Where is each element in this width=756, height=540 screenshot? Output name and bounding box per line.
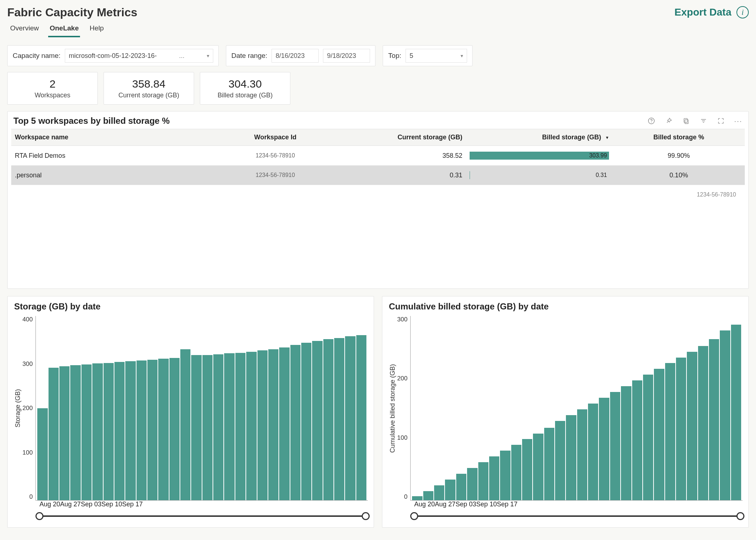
kpi-value: 304.30: [228, 78, 262, 90]
table-row[interactable]: RTA Field Demos1234-56-78910358.52303.99…: [11, 146, 745, 166]
copy-icon[interactable]: [682, 117, 690, 125]
chart-bar[interactable]: [224, 353, 234, 500]
col-billed-storage[interactable]: Billed storage (GB) ▼: [466, 129, 613, 146]
chart-bar[interactable]: [709, 339, 719, 500]
filter-icon[interactable]: [699, 117, 708, 125]
chart-bar[interactable]: [588, 404, 598, 500]
chart-bar[interactable]: [555, 421, 565, 501]
x-tick: Sep 10: [101, 501, 122, 508]
chart-bar[interactable]: [301, 343, 311, 500]
chart-bar[interactable]: [312, 341, 322, 500]
col-workspace-name[interactable]: Workspace name: [11, 129, 202, 146]
chart-bar[interactable]: [412, 496, 422, 500]
date-range-slider[interactable]: [39, 511, 366, 521]
col-current-storage[interactable]: Current storage (GB): [349, 129, 466, 146]
slider-thumb-start[interactable]: [35, 512, 43, 520]
chart-bar[interactable]: [70, 365, 80, 500]
chart-bar[interactable]: [37, 408, 47, 501]
focus-mode-icon[interactable]: [717, 117, 725, 125]
chart-bar[interactable]: [246, 352, 256, 500]
date-end-input[interactable]: 9/18/2023: [323, 49, 370, 63]
export-data-button[interactable]: Export Data: [675, 7, 731, 18]
chart-bar[interactable]: [599, 398, 609, 500]
chart-bar[interactable]: [577, 409, 587, 500]
chart-bar[interactable]: [731, 325, 741, 500]
chart-bar[interactable]: [191, 355, 201, 500]
table-row[interactable]: .personal1234-56-789100.310.310.10%: [11, 165, 745, 185]
chart-bar[interactable]: [434, 485, 444, 500]
chart-bar[interactable]: [632, 380, 642, 500]
y-axis-label: Cumulative billed storage (GB): [388, 316, 397, 501]
chart-bar[interactable]: [290, 345, 301, 500]
chart-bar[interactable]: [202, 355, 213, 500]
chart-bar[interactable]: [665, 363, 675, 500]
tab-onelake[interactable]: OneLake: [48, 21, 80, 37]
chart-bar[interactable]: [643, 375, 653, 500]
more-options-icon[interactable]: ···: [734, 117, 743, 125]
x-axis-ticks: Aug 20Aug 27Sep 03Sep 10Sep 17: [39, 501, 366, 509]
chart-bar[interactable]: [257, 350, 268, 500]
slider-thumb-start[interactable]: [410, 512, 418, 520]
chart-bar[interactable]: [136, 360, 147, 500]
chart-bar[interactable]: [235, 353, 245, 500]
chart-bar[interactable]: [720, 330, 730, 500]
chart-bar[interactable]: [49, 368, 59, 500]
chart-bar[interactable]: [445, 480, 455, 500]
chart-bar[interactable]: [687, 352, 697, 500]
tab-help[interactable]: Help: [88, 21, 105, 37]
chart-bar[interactable]: [566, 415, 576, 500]
table-footer-note: 1234-56-78910: [9, 185, 747, 200]
chart-bar[interactable]: [423, 491, 433, 500]
chart-bar[interactable]: [511, 445, 521, 500]
chart-bar[interactable]: [467, 468, 477, 500]
chart-bar[interactable]: [356, 335, 366, 500]
chart-bar[interactable]: [125, 361, 135, 500]
cell-billed-storage: 303.99: [466, 146, 613, 166]
chart-bar[interactable]: [621, 386, 631, 500]
tab-overview[interactable]: Overview: [9, 21, 40, 37]
chart-bar[interactable]: [654, 369, 664, 500]
chart-bar[interactable]: [279, 347, 289, 500]
pin-icon[interactable]: [664, 117, 673, 125]
chart-bar[interactable]: [104, 363, 114, 500]
capacity-dropdown[interactable]: microsoft-com-05-12-2023-16- ... ▾: [65, 49, 213, 63]
cell-workspace-name: .personal: [11, 165, 202, 185]
slider-thumb-end[interactable]: [362, 512, 370, 520]
chart-bar[interactable]: [114, 362, 125, 500]
chart-bar[interactable]: [533, 434, 543, 501]
chart-bar[interactable]: [334, 338, 344, 500]
top-dropdown[interactable]: 5 ▾: [406, 49, 467, 63]
chart-bar[interactable]: [180, 349, 190, 500]
info-icon[interactable]: i: [736, 6, 749, 18]
chart-bar[interactable]: [522, 439, 532, 500]
date-start-input[interactable]: 8/16/2023: [272, 49, 319, 63]
chart-bar[interactable]: [147, 360, 158, 500]
chart-bar[interactable]: [323, 339, 333, 500]
chart-bar[interactable]: [268, 349, 278, 500]
chart-bar[interactable]: [213, 354, 223, 500]
chart-bar[interactable]: [544, 428, 554, 500]
date-range-slider[interactable]: [414, 511, 740, 521]
slider-thumb-end[interactable]: [736, 512, 744, 520]
chart-bar[interactable]: [169, 358, 180, 500]
chart-bar[interactable]: [81, 364, 92, 500]
chart-bar[interactable]: [489, 456, 499, 500]
chart-bar[interactable]: [478, 462, 488, 500]
chart-bar[interactable]: [158, 359, 168, 500]
svg-rect-2: [685, 120, 688, 124]
chart-bar[interactable]: [500, 451, 510, 500]
help-icon[interactable]: [647, 117, 656, 125]
col-workspace-id[interactable]: Workspace Id: [202, 129, 349, 146]
chart-bar[interactable]: [676, 358, 686, 500]
chevron-down-icon: ▾: [207, 53, 209, 59]
y-axis-label: Storage (GB): [13, 316, 22, 501]
chart-bar[interactable]: [59, 366, 70, 500]
y-axis-ticks: 4003002001000: [22, 316, 35, 501]
chart-bar[interactable]: [456, 474, 466, 500]
col-billed-pct[interactable]: Billed storage %: [613, 129, 745, 146]
chart-bar[interactable]: [92, 363, 102, 500]
chart-bar[interactable]: [698, 346, 708, 500]
chart-bar[interactable]: [610, 392, 620, 500]
chart-bar[interactable]: [345, 336, 355, 500]
cell-billed-pct: 0.10%: [613, 165, 745, 185]
